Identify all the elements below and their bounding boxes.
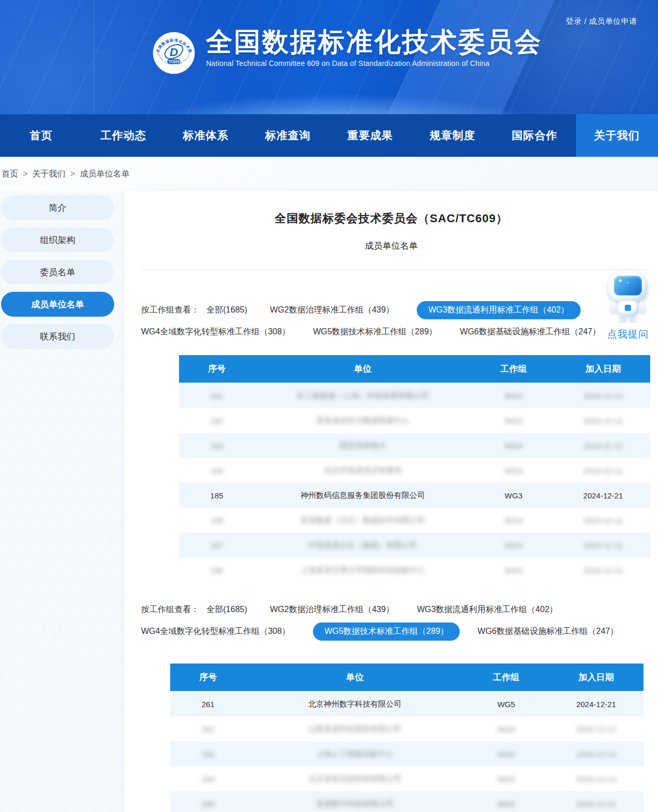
- login-link[interactable]: 登录 / 成员单位申请: [566, 17, 637, 26]
- member-table-1: 序号单位工作组加入日期181长三角数据（上海）科技发展有限公司WG32024-1…: [179, 355, 650, 583]
- cell-unit: 神州数码信息服务集团股份有限公司: [300, 491, 425, 499]
- nav-item-7[interactable]: 国际合作: [494, 114, 576, 157]
- breadcrumb-item-1[interactable]: 首页: [2, 169, 18, 180]
- filter-label: 按工作组查看：: [141, 604, 199, 615]
- site-header: 登录 / 成员单位申请 全国数据标准化技术委员会 NATIONAL TECHNI…: [0, 0, 658, 114]
- svg-text:D: D: [170, 45, 178, 59]
- filter-option-6[interactable]: WG6数据基础设施标准工作组（247）: [477, 626, 618, 637]
- sidebar-item-4[interactable]: 成员单位名单: [1, 292, 114, 317]
- table-row: 262山西某某科技股份有限公司WG52024-12-17: [170, 716, 643, 741]
- column-header-group: 工作组: [471, 355, 556, 383]
- cell-group: WG3: [505, 391, 523, 400]
- column-header-unit: 单位: [254, 355, 471, 383]
- table-row: 186某某数据（北京）数据技术有限公司WG32024-12-11: [179, 508, 650, 533]
- nav-item-1[interactable]: 首页: [0, 114, 83, 157]
- filter-option-5[interactable]: WG5数据技术标准工作组（289）: [313, 327, 437, 337]
- breadcrumb-item-2[interactable]: 关于我们: [32, 169, 65, 180]
- page-subtitle: 成员单位名单: [125, 240, 658, 252]
- filter-option-5[interactable]: WG5数据技术标准工作组（289）: [313, 622, 460, 641]
- cell-group: WG3: [505, 416, 523, 425]
- cell-unit: 上海某某交通大学国际科技创新中心: [300, 565, 425, 574]
- table-row: 261北京神州数字科技有限公司WG52024-12-21: [170, 692, 643, 716]
- cell-no: 186: [210, 516, 223, 525]
- cell-unit: 长三角数据（上海）科技发展有限公司: [297, 391, 429, 400]
- cell-no: 187: [210, 541, 223, 550]
- filter-option-4[interactable]: WG4全域数字化转型标准工作组（308）: [141, 327, 290, 337]
- table-row: 264北京某某信息科技有限公司WG52024-12-13: [170, 766, 643, 791]
- nav-item-2[interactable]: 工作动态: [83, 114, 165, 157]
- cell-unit: 北京市某某经济发展局: [324, 466, 402, 475]
- nav-item-3[interactable]: 标准体系: [164, 114, 247, 157]
- breadcrumb-separator: >: [23, 169, 28, 179]
- nav-item-8[interactable]: 关于我们: [576, 114, 658, 157]
- cell-no: 183: [210, 441, 223, 450]
- content-area: 简介组织架构委员名单成员单位名单联系我们 全国数据标委会技术委员会（SAC/TC…: [0, 191, 658, 812]
- filter-label: 按工作组查看：: [141, 305, 199, 316]
- table-row: 188上海某某交通大学国际科技创新中心WG32024-12-11: [179, 558, 650, 583]
- cell-no: 263: [201, 750, 214, 759]
- cell-no: 181: [210, 391, 223, 400]
- cell-group: WG3: [505, 466, 523, 475]
- cell-date: 2024-12-11: [583, 391, 623, 400]
- cell-unit: 某某省农村大数据发展中心: [316, 416, 409, 425]
- filter-option-1[interactable]: 全部(1685): [207, 305, 247, 316]
- sidebar: 简介组织架构委员名单成员单位名单联系我们: [0, 195, 115, 356]
- breadcrumb: 首页>关于我们>成员单位名单: [0, 157, 658, 191]
- assistant-label: 点我提问: [603, 328, 653, 341]
- table-header-row: 序号单位工作组加入日期: [179, 355, 650, 383]
- filter-row-1: 按工作组查看：全部(1685)WG2数据治理标准工作组（439）WG3数据流通利…: [141, 604, 658, 615]
- cell-date: 2024-12-21: [583, 491, 623, 500]
- cell-no: 265: [201, 800, 214, 808]
- cell-date: 2024-12-11: [583, 541, 623, 550]
- main-panel: 全国数据标委会技术委员会（SAC/TC609） 成员单位名单 按工作组查看：全部…: [125, 191, 658, 812]
- filter-block-2: 按工作组查看：全部(1685)WG2数据治理标准工作组（439）WG3数据流通利…: [141, 604, 658, 641]
- filter-option-6[interactable]: WG6数据基础设施标准工作组（247）: [460, 327, 600, 337]
- filter-row-2: WG4全域数字化转型标准工作组（308）WG5数据技术标准工作组（289）WG6…: [141, 622, 658, 641]
- cell-date: 2024-12-11: [583, 566, 623, 575]
- sidebar-item-1[interactable]: 简介: [1, 195, 114, 220]
- table-row: 263上海人工智能创新中心WG52024-12-13: [170, 741, 643, 766]
- nav-item-4[interactable]: 标准查询: [247, 114, 330, 157]
- table-row: 181长三角数据（上海）科技发展有限公司WG32024-12-11: [179, 383, 650, 408]
- sidebar-item-3[interactable]: 委员名单: [1, 260, 114, 285]
- cell-unit: 西安某某电大: [339, 441, 386, 450]
- filter-option-2[interactable]: WG2数据治理标准工作组（439）: [270, 305, 394, 316]
- table-header-row: 序号单位工作组加入日期: [170, 664, 643, 692]
- filter-option-4[interactable]: WG4全域数字化转型标准工作组（308）: [141, 626, 290, 637]
- tc609-logo-icon: 全国数据标准化技术委员会 NATIONAL TECHNICAL COMMITTE…: [152, 31, 196, 75]
- sidebar-item-5[interactable]: 联系我们: [1, 324, 114, 349]
- table-row: 184北京市某某经济发展局WG32024-12-11: [179, 458, 650, 483]
- cell-group: WG3: [505, 491, 523, 500]
- cell-date: 2024-12-11: [583, 441, 623, 450]
- cell-group: WG5: [497, 725, 515, 734]
- cell-date: 2024-12-11: [583, 516, 623, 525]
- table-row: 265某某数字科技有限公司WG52024-12-21: [170, 791, 643, 812]
- sidebar-item-2[interactable]: 组织架构: [1, 227, 114, 252]
- filter-row-2: WG4全域数字化转型标准工作组（308）WG5数据技术标准工作组（289）WG6…: [141, 327, 658, 337]
- column-header-no: 序号: [179, 355, 254, 383]
- cell-unit: 某某数据（北京）数据技术有限公司: [300, 516, 425, 524]
- cell-no: 188: [210, 566, 223, 575]
- filter-option-2[interactable]: WG2数据治理标准工作组（439）: [270, 604, 394, 615]
- column-header-group: 工作组: [463, 664, 549, 692]
- filter-block-1: 按工作组查看：全部(1685)WG2数据治理标准工作组（439）WG3数据流通利…: [141, 301, 658, 337]
- robot-mascot-icon: [607, 270, 649, 321]
- cell-group: WG5: [497, 775, 515, 783]
- column-header-unit: 单位: [246, 664, 464, 692]
- nav-item-5[interactable]: 重要成果: [329, 114, 412, 157]
- filter-option-3[interactable]: WG3数据流通利用标准工作组（402）: [417, 604, 557, 615]
- cell-group: WG5: [497, 800, 515, 808]
- cell-group: WG3: [505, 441, 523, 450]
- cell-group: WG3: [505, 541, 523, 550]
- assistant-widget[interactable]: 点我提问: [603, 270, 653, 341]
- cell-unit: 北京神州数字科技有限公司: [308, 699, 402, 708]
- cell-no: 261: [201, 700, 214, 709]
- cell-date: 2024-12-21: [576, 800, 616, 808]
- page: 登录 / 成员单位申请 全国数据标准化技术委员会 NATIONAL TECHNI…: [0, 0, 658, 812]
- nav-item-6[interactable]: 规章制度: [412, 114, 494, 157]
- filter-option-1[interactable]: 全部(1685): [207, 604, 247, 615]
- filter-option-3[interactable]: WG3数据流通利用标准工作组（402）: [417, 301, 580, 319]
- divider: [140, 269, 650, 270]
- cell-no: 262: [201, 725, 214, 734]
- cell-no: 185: [210, 491, 223, 500]
